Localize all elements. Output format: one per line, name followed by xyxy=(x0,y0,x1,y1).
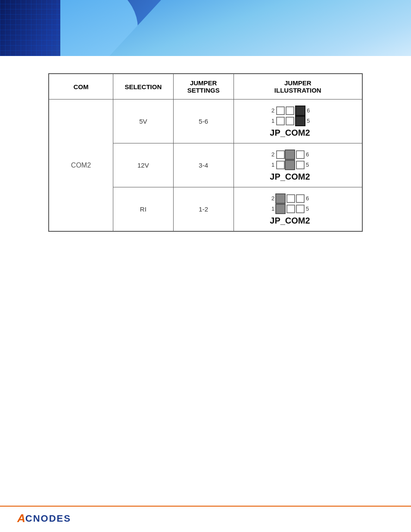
svg-text:1: 1 xyxy=(271,205,274,212)
table-header-row: COM SELECTION JUMPER SETTINGS JUMPER ILL… xyxy=(49,74,362,100)
main-content: COM SELECTION JUMPER SETTINGS JUMPER ILL… xyxy=(0,56,411,249)
svg-text:2: 2 xyxy=(271,107,274,114)
svg-text:6: 6 xyxy=(307,107,310,114)
jumper-name-12v: JP_COM2 xyxy=(270,172,326,182)
svg-rect-27 xyxy=(287,205,295,213)
jumper-table: COM SELECTION JUMPER SETTINGS JUMPER ILL… xyxy=(48,73,363,232)
svg-rect-23 xyxy=(296,195,304,202)
svg-rect-2 xyxy=(286,107,294,115)
svg-rect-7 xyxy=(286,117,294,125)
svg-text:6: 6 xyxy=(306,195,309,202)
settings-3-4: 3-4 xyxy=(173,143,234,187)
svg-text:1: 1 xyxy=(271,118,274,124)
svg-text:2: 2 xyxy=(271,151,274,158)
svg-rect-26 xyxy=(276,204,285,214)
svg-rect-22 xyxy=(287,195,295,202)
illustration-5v: 2 6 1 xyxy=(234,100,362,143)
svg-rect-21 xyxy=(276,194,285,203)
footer-logo: A CNODES xyxy=(17,512,394,525)
jumper-svg-ri: 2 6 1 xyxy=(270,193,326,214)
svg-text:1: 1 xyxy=(271,162,274,168)
svg-text:5: 5 xyxy=(307,118,310,124)
header-illustration: JUMPER ILLUSTRATION xyxy=(234,74,362,100)
header-selection: SELECTION xyxy=(113,74,173,100)
header-settings: JUMPER SETTINGS xyxy=(173,74,234,100)
jumper-svg-5v: 2 6 1 xyxy=(270,105,326,126)
svg-rect-1 xyxy=(277,107,284,115)
svg-text:2: 2 xyxy=(271,195,274,202)
footer: A CNODES xyxy=(0,506,411,532)
svg-rect-17 xyxy=(285,160,295,170)
svg-rect-12 xyxy=(285,150,295,159)
svg-rect-13 xyxy=(296,151,304,159)
svg-rect-28 xyxy=(296,205,304,213)
illustration-12v: 2 6 1 xyxy=(234,143,362,187)
selection-ri: RI xyxy=(113,187,173,232)
jumper-name-ri: JP_COM2 xyxy=(270,216,326,226)
svg-text:6: 6 xyxy=(306,151,309,158)
jumper-illus-5v: 2 6 1 xyxy=(270,105,326,138)
svg-text:5: 5 xyxy=(306,162,309,168)
jumper-svg-12v: 2 6 1 xyxy=(270,149,326,170)
jumper-name-5v: JP_COM2 xyxy=(270,128,326,138)
com-label-cell: COM2 xyxy=(49,100,113,232)
selection-5v: 5V xyxy=(113,100,173,143)
header-com: COM xyxy=(49,74,113,100)
svg-text:5: 5 xyxy=(306,205,309,212)
illustration-ri: 2 6 1 xyxy=(234,187,362,232)
logo-rest: CNODES xyxy=(25,513,71,524)
jumper-illus-ri: 2 6 1 xyxy=(270,193,326,226)
jumper-illus-12v: 2 6 1 xyxy=(270,149,326,182)
svg-rect-16 xyxy=(277,161,284,169)
selection-12v: 12V xyxy=(113,143,173,187)
settings-5-6: 5-6 xyxy=(173,100,234,143)
header-banner xyxy=(0,0,411,56)
settings-1-2: 1-2 xyxy=(173,187,234,232)
table-row: COM2 5V 5-6 2 xyxy=(49,100,362,143)
svg-rect-18 xyxy=(296,161,304,169)
svg-rect-8 xyxy=(296,116,305,126)
header-wave xyxy=(109,0,411,56)
svg-rect-6 xyxy=(277,117,284,125)
svg-rect-11 xyxy=(277,151,284,159)
svg-rect-3 xyxy=(296,106,305,115)
logo-a: A xyxy=(17,512,25,525)
